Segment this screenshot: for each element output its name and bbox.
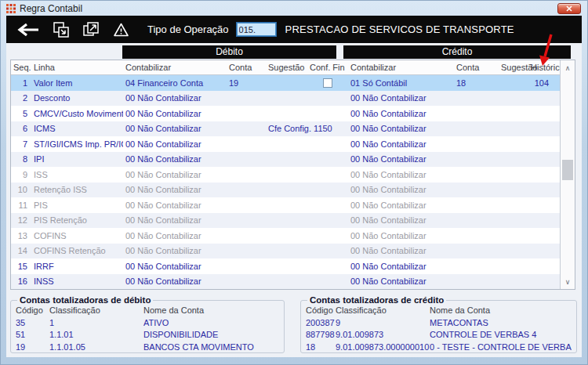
- credit-totals-panel: Contas totalizadoras de crédito Código C…: [300, 295, 577, 353]
- copy-in-button[interactable]: [52, 21, 71, 38]
- window-title: Regra Contabil: [20, 3, 82, 14]
- close-button[interactable]: [557, 3, 581, 14]
- scrollbar-thumb[interactable]: [562, 160, 573, 180]
- copy-out-icon: [82, 21, 100, 38]
- table-row[interactable]: 16 INSS 00 Não Contabilizar 00 Não Conta…: [11, 274, 561, 290]
- ct-cell: 9.01.009873: [336, 329, 430, 342]
- ct-cell: 18: [306, 342, 336, 354]
- col-header-historico: Histórico: [528, 63, 561, 72]
- credit-totals-title: Contas totalizadoras de crédito: [307, 295, 446, 305]
- credit-group-header: Crédito: [343, 45, 571, 59]
- col-header-c-contabilizar: Contabilizar: [348, 63, 454, 72]
- table-row[interactable]: 2 Desconto 00 Não Contabilizar 00 Não Co…: [11, 91, 561, 107]
- dt-cell: BANCOS CTA MOVIMENTO: [143, 342, 279, 354]
- copy-out-button[interactable]: [82, 21, 100, 38]
- dt-col-classificacao: Classificação: [49, 305, 143, 317]
- ct-cell: 200387: [306, 317, 336, 330]
- conf-fin-checkbox[interactable]: [323, 78, 332, 88]
- table-row[interactable]: 12 PIS Retenção 00 Não Contabilizar 00 N…: [11, 213, 561, 229]
- dt-cell: 1: [49, 317, 143, 330]
- col-header-seq: Seq.: [11, 63, 31, 72]
- table-row[interactable]: 11 PIS 00 Não Contabilizar 00 Não Contab…: [11, 197, 561, 213]
- grid-header-row: Seq. Linha Contabilizar Conta Sugestão C…: [11, 60, 561, 75]
- col-header-c-conta: Conta: [454, 63, 499, 72]
- back-icon: [16, 23, 40, 37]
- table-row[interactable]: 9 ISS 00 Não Contabilizar 00 Não Contabi…: [11, 167, 561, 182]
- ct-cell: 887798: [306, 329, 336, 342]
- col-header-d-contabilizar: Contabilizar: [123, 63, 227, 72]
- col-header-conf-fin: Conf. Fin: [307, 63, 348, 72]
- col-header-d-sugestao: Sugestão: [266, 63, 307, 72]
- dt-cell: ATIVO: [143, 317, 279, 330]
- back-button[interactable]: [16, 23, 41, 37]
- col-header-d-conta: Conta: [227, 63, 266, 72]
- ct-cell: METACONTAS: [430, 317, 572, 330]
- table-row[interactable]: 8 IPI 00 Não Contabilizar 00 Não Contabi…: [11, 152, 561, 168]
- table-row[interactable]: 1 Valor Item 04 Financeiro Conta 19 01 S…: [11, 75, 561, 91]
- ct-cell: 9: [336, 317, 430, 330]
- warning-button[interactable]: [111, 22, 130, 38]
- dt-cell: 19: [16, 342, 49, 354]
- table-row[interactable]: 5 CMCV/Custo Movimento 00 Não Contabiliz…: [11, 106, 561, 121]
- dt-cell: 35: [16, 317, 49, 330]
- ct-col-codigo: Código: [306, 305, 336, 317]
- app-window: Regra Contabil: [0, 0, 588, 365]
- table-row[interactable]: 14 COFINS Retenção 00 Não Contabilizar 0…: [11, 244, 561, 259]
- table-row[interactable]: 15 IRRF 00 Não Contabilizar 00 Não Conta…: [11, 258, 561, 274]
- scroll-up-button[interactable]: ∧: [561, 61, 575, 74]
- col-header-linha: Linha: [31, 63, 123, 72]
- dt-col-nome: Nome da Conta: [143, 305, 279, 317]
- debit-group-header: Débito: [122, 45, 336, 59]
- operation-name: PRESTACAO DE SERVICOS DE TRANSPORTE: [285, 23, 514, 35]
- table-row[interactable]: 10 Retenção ISS 00 Não Contabilizar 00 N…: [11, 182, 561, 198]
- tipo-operacao-input[interactable]: [237, 23, 276, 36]
- ct-cell: 9.01.009873.0000000107: [336, 342, 430, 354]
- dt-cell: 1.1.01: [49, 329, 143, 342]
- ct-col-nome: Nome da Conta: [430, 305, 572, 317]
- app-icon: [6, 4, 16, 13]
- toolbar: Tipo de Operação PRESTACAO DE SERVICOS D…: [6, 16, 582, 43]
- table-row[interactable]: 13 COFINS 00 Não Contabilizar 00 Não Con…: [11, 228, 561, 244]
- ct-cell: 0 - TESTE - CONTROLE DE VERBAS 4: [430, 342, 572, 354]
- scroll-down-button[interactable]: ∨: [561, 275, 575, 288]
- vertical-scrollbar[interactable]: ∧ ∨: [560, 60, 575, 289]
- table-row[interactable]: 6 ICMS 00 Não Contabilizar Cfe Config. 1…: [11, 121, 561, 137]
- ct-cell: CONTROLE DE VERBAS 4: [430, 329, 572, 342]
- dt-cell: 1.1.01.05: [49, 342, 143, 354]
- tipo-operacao-label: Tipo de Operação: [147, 23, 229, 35]
- dt-col-codigo: Código: [16, 305, 49, 317]
- dt-cell: 51: [16, 329, 49, 342]
- col-header-c-sugestao: Sugestão: [499, 63, 528, 72]
- ct-col-classificacao: Classificação: [336, 305, 430, 317]
- close-icon: [566, 5, 572, 12]
- dt-cell: DISPONIBILIDADE: [143, 329, 279, 342]
- title-bar: Regra Contabil: [1, 1, 587, 16]
- grid-body: 1 Valor Item 04 Financeiro Conta 19 01 S…: [11, 75, 561, 289]
- content-area: Tipo de Operação PRESTACAO DE SERVICOS D…: [6, 16, 582, 357]
- copy-in-icon: [53, 21, 70, 38]
- rules-grid: Seq. Linha Contabilizar Conta Sugestão C…: [10, 60, 575, 290]
- table-row[interactable]: 7 ST/IGI/ICMS Imp. PR/ICMS Ar 00 Não Con…: [11, 136, 561, 152]
- warning-icon: [113, 22, 129, 38]
- debit-totals-title: Contas totalizadoras de débito: [17, 295, 153, 305]
- debit-totals-panel: Contas totalizadoras de débito Código Cl…: [10, 295, 285, 353]
